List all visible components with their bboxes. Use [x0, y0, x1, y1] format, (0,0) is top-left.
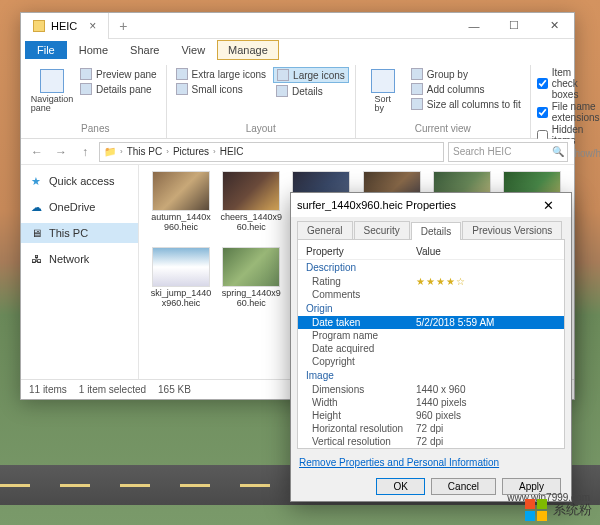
- tab-previous-versions[interactable]: Previous Versions: [462, 221, 562, 239]
- cancel-button[interactable]: Cancel: [431, 478, 496, 495]
- crumb-heic[interactable]: HEIC: [220, 146, 244, 157]
- sidebar-item-network[interactable]: 🖧Network: [21, 249, 138, 269]
- crumb-this-pc[interactable]: This PC: [127, 146, 163, 157]
- pc-icon: 🖥: [29, 226, 43, 240]
- extra-large-icons-button[interactable]: Extra large icons: [173, 67, 269, 81]
- file-item[interactable]: spring_1440x960.heic: [217, 247, 285, 309]
- watermark-text: 系统粉: [553, 501, 592, 519]
- cloud-icon: ☁: [29, 200, 43, 214]
- file-item[interactable]: autumn_1440x960.heic: [147, 171, 215, 243]
- chevron-right-icon[interactable]: ›: [120, 147, 123, 156]
- back-button[interactable]: ←: [27, 142, 47, 162]
- crumb-pictures[interactable]: Pictures: [173, 146, 209, 157]
- header-property: Property: [306, 246, 416, 257]
- details-view-button[interactable]: Details: [273, 84, 349, 98]
- properties-close-button[interactable]: ✕: [531, 193, 565, 217]
- menu-home[interactable]: Home: [69, 41, 118, 59]
- preview-pane-button[interactable]: Preview pane: [77, 67, 160, 81]
- xl-icon: [176, 68, 188, 80]
- det-icon: [276, 85, 288, 97]
- network-icon: 🖧: [29, 252, 43, 266]
- group-by-button[interactable]: Group by: [408, 67, 524, 81]
- fit-icon: [411, 98, 423, 110]
- sidebar-item-onedrive[interactable]: ☁OneDrive: [21, 197, 138, 217]
- maximize-button[interactable]: ☐: [494, 13, 534, 39]
- current-view-group-label: Current view: [362, 121, 524, 136]
- tab-general[interactable]: General: [297, 221, 353, 239]
- file-item[interactable]: ski_jump_1440x960.heic: [147, 247, 215, 309]
- chevron-right-icon[interactable]: ›: [213, 147, 216, 156]
- forward-button[interactable]: →: [51, 142, 71, 162]
- tab-add-button[interactable]: +: [109, 13, 137, 39]
- prop-height[interactable]: Height960 pixels: [298, 409, 564, 422]
- addressbar[interactable]: 📁 › This PC › Pictures › HEIC: [99, 142, 444, 162]
- section-image: Image: [298, 368, 564, 383]
- status-item-count: 11 items: [29, 384, 67, 395]
- thumbnail: [222, 247, 280, 287]
- prop-date-acquired[interactable]: Date acquired: [298, 342, 564, 355]
- file-item[interactable]: cheers_1440x960.heic: [217, 171, 285, 243]
- prop-comments[interactable]: Comments: [298, 288, 564, 301]
- up-button[interactable]: ↑: [75, 142, 95, 162]
- file-extensions-toggle[interactable]: File name extensions: [537, 101, 600, 123]
- addcol-icon: [411, 83, 423, 95]
- sm-icon: [176, 83, 188, 95]
- remove-properties-link[interactable]: Remove Properties and Personal Informati…: [291, 453, 571, 472]
- close-button[interactable]: ✕: [534, 13, 574, 39]
- group-icon: [411, 68, 423, 80]
- details-pane-button[interactable]: Details pane: [77, 82, 160, 96]
- menu-manage[interactable]: Manage: [217, 40, 279, 60]
- menu-share[interactable]: Share: [120, 41, 169, 59]
- status-size: 165 KB: [158, 384, 191, 395]
- sidebar-item-this-pc[interactable]: 🖥This PC: [21, 223, 138, 243]
- thumbnail: [222, 171, 280, 211]
- size-columns-button[interactable]: Size all columns to fit: [408, 97, 524, 111]
- properties-details-list[interactable]: PropertyValue Description Rating★★★★☆ Co…: [297, 239, 565, 449]
- folder-icon: [33, 20, 45, 32]
- properties-titlebar: surfer_1440x960.heic Properties ✕: [291, 193, 571, 217]
- thumbnail: [152, 247, 210, 287]
- microsoft-logo-icon: [525, 499, 547, 521]
- properties-title: surfer_1440x960.heic Properties: [297, 199, 456, 211]
- add-columns-button[interactable]: Add columns: [408, 82, 524, 96]
- prop-rating[interactable]: Rating★★★★☆: [298, 275, 564, 288]
- chevron-right-icon[interactable]: ›: [166, 147, 169, 156]
- tab-heic[interactable]: HEIC ×: [21, 13, 109, 39]
- ribbon: Navigation pane Preview pane Details pan…: [21, 61, 574, 139]
- nav-pane-button[interactable]: Navigation pane: [31, 67, 73, 121]
- prop-date-taken[interactable]: Date taken5/2/2018 5:59 AM: [298, 316, 564, 329]
- header-value: Value: [416, 246, 441, 257]
- item-check-boxes-toggle[interactable]: Item check boxes: [537, 67, 600, 100]
- ok-button[interactable]: OK: [376, 478, 424, 495]
- status-selection: 1 item selected: [79, 384, 146, 395]
- prop-program-name[interactable]: Program name: [298, 329, 564, 342]
- prop-dimensions[interactable]: Dimensions1440 x 960: [298, 383, 564, 396]
- search-input[interactable]: Search HEIC: [448, 142, 568, 162]
- breadcrumb-icon: 📁: [104, 146, 116, 157]
- titlebar: HEIC × + — ☐ ✕: [21, 13, 574, 39]
- watermark: 系统粉: [525, 499, 592, 521]
- section-origin: Origin: [298, 301, 564, 316]
- prop-bit-depth[interactable]: Bit depth32: [298, 448, 564, 449]
- prop-hres[interactable]: Horizontal resolution72 dpi: [298, 422, 564, 435]
- sort-by-button[interactable]: Sort by: [362, 67, 404, 121]
- menu-file[interactable]: File: [25, 41, 67, 59]
- prop-copyright[interactable]: Copyright: [298, 355, 564, 368]
- tab-close-icon[interactable]: ×: [89, 19, 96, 33]
- menu-view[interactable]: View: [171, 41, 215, 59]
- small-icons-button[interactable]: Small icons: [173, 82, 269, 96]
- details-icon: [80, 83, 92, 95]
- rating-stars: ★★★★☆: [416, 276, 466, 287]
- large-icons-button[interactable]: Large icons: [273, 67, 349, 83]
- properties-window: surfer_1440x960.heic Properties ✕ Genera…: [290, 192, 572, 502]
- sidebar-item-quick-access[interactable]: ★Quick access: [21, 171, 138, 191]
- minimize-button[interactable]: —: [454, 13, 494, 39]
- tab-label: HEIC: [51, 20, 77, 32]
- layout-group-label: Layout: [173, 121, 349, 136]
- tab-security[interactable]: Security: [354, 221, 410, 239]
- prop-width[interactable]: Width1440 pixels: [298, 396, 564, 409]
- properties-tabs: General Security Details Previous Versio…: [291, 217, 571, 239]
- tab-details[interactable]: Details: [411, 222, 462, 240]
- prop-vres[interactable]: Vertical resolution72 dpi: [298, 435, 564, 448]
- menubar: File Home Share View Manage: [21, 39, 574, 61]
